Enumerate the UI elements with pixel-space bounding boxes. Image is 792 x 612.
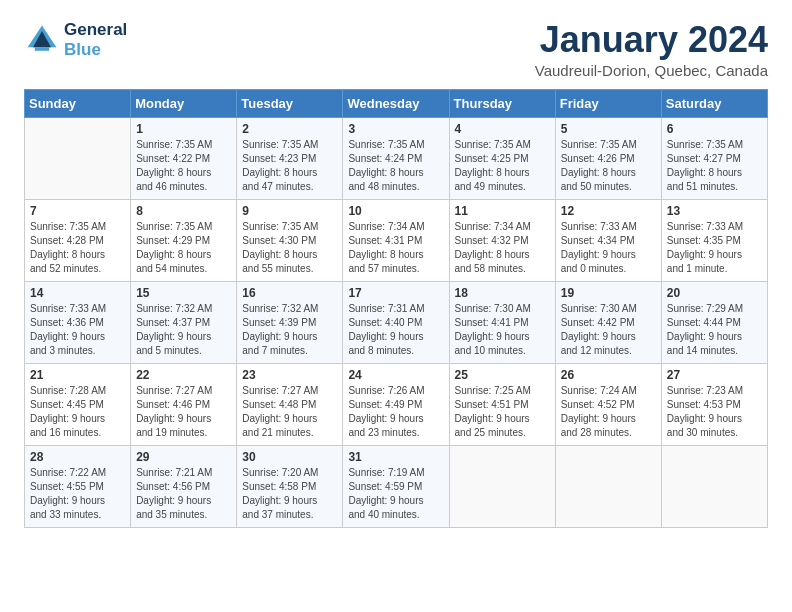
calendar-cell: 25Sunrise: 7:25 AMSunset: 4:51 PMDayligh… — [449, 363, 555, 445]
day-number: 30 — [242, 450, 337, 464]
logo-text: General Blue — [64, 20, 127, 61]
calendar-cell: 27Sunrise: 7:23 AMSunset: 4:53 PMDayligh… — [661, 363, 767, 445]
calendar-cell: 5Sunrise: 7:35 AMSunset: 4:26 PMDaylight… — [555, 117, 661, 199]
day-number: 16 — [242, 286, 337, 300]
day-number: 12 — [561, 204, 656, 218]
week-row-5: 28Sunrise: 7:22 AMSunset: 4:55 PMDayligh… — [25, 445, 768, 527]
day-number: 22 — [136, 368, 231, 382]
day-info: Sunrise: 7:19 AMSunset: 4:59 PMDaylight:… — [348, 466, 443, 522]
calendar-cell: 23Sunrise: 7:27 AMSunset: 4:48 PMDayligh… — [237, 363, 343, 445]
day-info: Sunrise: 7:29 AMSunset: 4:44 PMDaylight:… — [667, 302, 762, 358]
day-info: Sunrise: 7:24 AMSunset: 4:52 PMDaylight:… — [561, 384, 656, 440]
day-info: Sunrise: 7:34 AMSunset: 4:31 PMDaylight:… — [348, 220, 443, 276]
day-info: Sunrise: 7:30 AMSunset: 4:41 PMDaylight:… — [455, 302, 550, 358]
day-info: Sunrise: 7:34 AMSunset: 4:32 PMDaylight:… — [455, 220, 550, 276]
day-number: 14 — [30, 286, 125, 300]
calendar-cell: 30Sunrise: 7:20 AMSunset: 4:58 PMDayligh… — [237, 445, 343, 527]
calendar-cell: 20Sunrise: 7:29 AMSunset: 4:44 PMDayligh… — [661, 281, 767, 363]
title-area: January 2024 Vaudreuil-Dorion, Quebec, C… — [535, 20, 768, 79]
day-info: Sunrise: 7:23 AMSunset: 4:53 PMDaylight:… — [667, 384, 762, 440]
day-number: 2 — [242, 122, 337, 136]
day-info: Sunrise: 7:32 AMSunset: 4:37 PMDaylight:… — [136, 302, 231, 358]
calendar-cell: 9Sunrise: 7:35 AMSunset: 4:30 PMDaylight… — [237, 199, 343, 281]
day-number: 8 — [136, 204, 231, 218]
day-info: Sunrise: 7:25 AMSunset: 4:51 PMDaylight:… — [455, 384, 550, 440]
header: General Blue January 2024 Vaudreuil-Dori… — [24, 20, 768, 79]
calendar-cell — [555, 445, 661, 527]
calendar-cell: 2Sunrise: 7:35 AMSunset: 4:23 PMDaylight… — [237, 117, 343, 199]
day-number: 20 — [667, 286, 762, 300]
calendar-cell: 14Sunrise: 7:33 AMSunset: 4:36 PMDayligh… — [25, 281, 131, 363]
day-info: Sunrise: 7:33 AMSunset: 4:34 PMDaylight:… — [561, 220, 656, 276]
day-number: 21 — [30, 368, 125, 382]
calendar-cell: 16Sunrise: 7:32 AMSunset: 4:39 PMDayligh… — [237, 281, 343, 363]
calendar-cell — [25, 117, 131, 199]
day-number: 10 — [348, 204, 443, 218]
calendar-cell: 8Sunrise: 7:35 AMSunset: 4:29 PMDaylight… — [131, 199, 237, 281]
day-info: Sunrise: 7:33 AMSunset: 4:35 PMDaylight:… — [667, 220, 762, 276]
col-saturday: Saturday — [661, 89, 767, 117]
day-number: 19 — [561, 286, 656, 300]
day-number: 7 — [30, 204, 125, 218]
day-info: Sunrise: 7:35 AMSunset: 4:25 PMDaylight:… — [455, 138, 550, 194]
logo-icon — [24, 22, 60, 58]
calendar-cell: 22Sunrise: 7:27 AMSunset: 4:46 PMDayligh… — [131, 363, 237, 445]
calendar-cell: 29Sunrise: 7:21 AMSunset: 4:56 PMDayligh… — [131, 445, 237, 527]
day-info: Sunrise: 7:20 AMSunset: 4:58 PMDaylight:… — [242, 466, 337, 522]
day-number: 3 — [348, 122, 443, 136]
calendar-cell: 3Sunrise: 7:35 AMSunset: 4:24 PMDaylight… — [343, 117, 449, 199]
calendar-cell: 10Sunrise: 7:34 AMSunset: 4:31 PMDayligh… — [343, 199, 449, 281]
calendar-table: Sunday Monday Tuesday Wednesday Thursday… — [24, 89, 768, 528]
week-row-1: 1Sunrise: 7:35 AMSunset: 4:22 PMDaylight… — [25, 117, 768, 199]
day-info: Sunrise: 7:32 AMSunset: 4:39 PMDaylight:… — [242, 302, 337, 358]
calendar-cell: 12Sunrise: 7:33 AMSunset: 4:34 PMDayligh… — [555, 199, 661, 281]
day-info: Sunrise: 7:27 AMSunset: 4:48 PMDaylight:… — [242, 384, 337, 440]
day-number: 11 — [455, 204, 550, 218]
day-number: 13 — [667, 204, 762, 218]
calendar-cell: 7Sunrise: 7:35 AMSunset: 4:28 PMDaylight… — [25, 199, 131, 281]
day-number: 25 — [455, 368, 550, 382]
calendar-cell — [661, 445, 767, 527]
day-number: 9 — [242, 204, 337, 218]
day-number: 15 — [136, 286, 231, 300]
calendar-cell: 24Sunrise: 7:26 AMSunset: 4:49 PMDayligh… — [343, 363, 449, 445]
logo: General Blue — [24, 20, 127, 61]
day-info: Sunrise: 7:22 AMSunset: 4:55 PMDaylight:… — [30, 466, 125, 522]
day-info: Sunrise: 7:28 AMSunset: 4:45 PMDaylight:… — [30, 384, 125, 440]
calendar-cell: 31Sunrise: 7:19 AMSunset: 4:59 PMDayligh… — [343, 445, 449, 527]
calendar-cell: 11Sunrise: 7:34 AMSunset: 4:32 PMDayligh… — [449, 199, 555, 281]
svg-rect-2 — [35, 48, 49, 52]
day-number: 5 — [561, 122, 656, 136]
subtitle: Vaudreuil-Dorion, Quebec, Canada — [535, 62, 768, 79]
day-number: 24 — [348, 368, 443, 382]
calendar-cell: 13Sunrise: 7:33 AMSunset: 4:35 PMDayligh… — [661, 199, 767, 281]
day-info: Sunrise: 7:35 AMSunset: 4:30 PMDaylight:… — [242, 220, 337, 276]
calendar-cell — [449, 445, 555, 527]
day-number: 27 — [667, 368, 762, 382]
calendar-cell: 17Sunrise: 7:31 AMSunset: 4:40 PMDayligh… — [343, 281, 449, 363]
day-number: 31 — [348, 450, 443, 464]
day-info: Sunrise: 7:35 AMSunset: 4:22 PMDaylight:… — [136, 138, 231, 194]
week-row-2: 7Sunrise: 7:35 AMSunset: 4:28 PMDaylight… — [25, 199, 768, 281]
col-wednesday: Wednesday — [343, 89, 449, 117]
calendar-cell: 6Sunrise: 7:35 AMSunset: 4:27 PMDaylight… — [661, 117, 767, 199]
day-info: Sunrise: 7:30 AMSunset: 4:42 PMDaylight:… — [561, 302, 656, 358]
col-thursday: Thursday — [449, 89, 555, 117]
day-number: 28 — [30, 450, 125, 464]
calendar-cell: 4Sunrise: 7:35 AMSunset: 4:25 PMDaylight… — [449, 117, 555, 199]
main-title: January 2024 — [535, 20, 768, 60]
day-number: 1 — [136, 122, 231, 136]
col-monday: Monday — [131, 89, 237, 117]
day-info: Sunrise: 7:21 AMSunset: 4:56 PMDaylight:… — [136, 466, 231, 522]
day-number: 26 — [561, 368, 656, 382]
day-number: 4 — [455, 122, 550, 136]
calendar-cell: 1Sunrise: 7:35 AMSunset: 4:22 PMDaylight… — [131, 117, 237, 199]
day-info: Sunrise: 7:35 AMSunset: 4:24 PMDaylight:… — [348, 138, 443, 194]
day-number: 23 — [242, 368, 337, 382]
day-info: Sunrise: 7:27 AMSunset: 4:46 PMDaylight:… — [136, 384, 231, 440]
day-number: 17 — [348, 286, 443, 300]
week-row-4: 21Sunrise: 7:28 AMSunset: 4:45 PMDayligh… — [25, 363, 768, 445]
header-row: Sunday Monday Tuesday Wednesday Thursday… — [25, 89, 768, 117]
calendar-cell: 28Sunrise: 7:22 AMSunset: 4:55 PMDayligh… — [25, 445, 131, 527]
day-info: Sunrise: 7:35 AMSunset: 4:27 PMDaylight:… — [667, 138, 762, 194]
